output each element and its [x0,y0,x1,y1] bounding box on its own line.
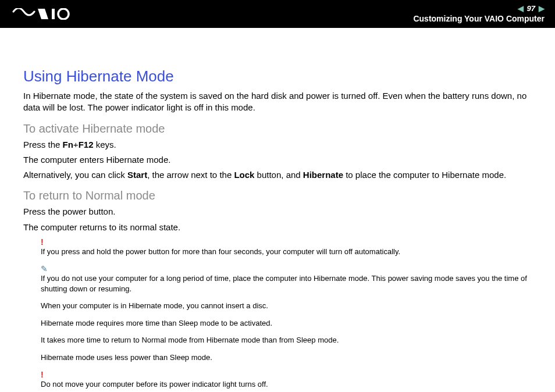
intro-paragraph: In Hibernate mode, the state of the syst… [23,90,532,114]
next-arrow-icon[interactable]: ▶ [539,4,545,13]
note-tip2: When your computer is in Hibernate mode,… [41,301,532,311]
text: + [73,140,79,149]
text: button, and [254,170,303,180]
page-nav: ◀ 97 ▶ [518,4,545,13]
section-title: Customizing Your VAIO Computer [413,14,545,24]
text: Alternatively, you can click [23,170,127,180]
text: to place the computer to Hibernate mode. [343,170,506,180]
page-title: Using Hibernate Mode [23,67,532,85]
ui-hibernate: Hibernate [303,170,343,180]
svg-marker-0 [38,9,48,19]
return-line2: The computer returns to its normal state… [23,222,532,233]
header-bar: ◀ 97 ▶ Customizing Your VAIO Computer [0,0,555,28]
activate-line1: Press the Fn+F12 keys. [23,139,532,151]
note-warn2: Do not move your computer before its pow… [41,379,532,390]
note-tip4: It takes more time to return to Normal m… [41,335,532,345]
prev-arrow-icon[interactable]: ◀ [518,4,524,13]
page-number: 97 [527,4,535,13]
activate-line3: Alternatively, you can click Start, the … [23,169,532,181]
return-heading: To return to Normal mode [23,189,532,202]
key-fn: Fn [63,140,73,149]
key-f12: F12 [79,140,94,149]
svg-point-2 [58,9,69,19]
svg-rect-1 [52,9,55,19]
note-tip3: Hibernate mode requires more time than S… [41,318,532,329]
ui-start: Start [127,170,147,180]
vaio-logo [10,8,86,20]
activate-line2: The computer enters Hibernate mode. [23,154,532,166]
text: , the arrow next to the [147,170,234,180]
ui-lock: Lock [234,170,254,180]
text: Press the [23,140,63,149]
return-line1: Press the power button. [23,206,532,218]
note-tip5: Hibernate mode uses less power than Slee… [41,352,532,363]
activate-heading: To activate Hibernate mode [23,122,532,136]
page-content: Using Hibernate Mode In Hibernate mode, … [0,28,555,390]
header-right: ◀ 97 ▶ Customizing Your VAIO Computer [413,4,545,24]
notes-block: ! If you press and hold the power button… [41,237,532,390]
text: keys. [93,140,116,149]
note-warn1: If you press and hold the power button f… [41,247,532,257]
note-tip1: If you do not use your computer for a lo… [41,273,532,294]
